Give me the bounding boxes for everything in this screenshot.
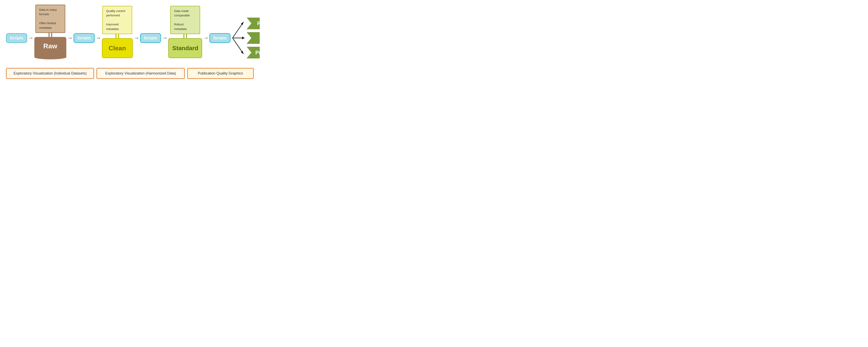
standard-connector-line-1 [183,34,184,38]
scripts-solid-1-label: Scripts [77,36,91,40]
raw-label: Raw [43,42,57,50]
clean-shape: Clean [102,38,133,58]
scripts-solid-2-box: Scripts [140,33,161,43]
clean-dbl-connector [116,34,119,38]
viz-individual-label: Exploratory Visualization (Individual Da… [13,71,87,75]
raw-dbl-connector [49,33,52,37]
scripts-solid-3-box: Scripts [209,33,230,43]
output-banners: Publications Reports Presentations [247,18,260,59]
standard-note-text: Data made comparable Robust metadata [174,9,190,31]
standard-note-box: Data made comparable Robust metadata [170,6,200,34]
publications-banner: Publications [247,18,260,29]
clean-label: Clean [109,44,126,52]
clean-note-box: Quality control performed Improved metad… [102,6,132,34]
arrow-3: → [95,23,101,41]
standard-shape: Standard [168,38,202,58]
viz-pub-quality-label: Publication Quality Graphics [198,71,243,75]
arrow-6: → [203,23,209,41]
raw-note-box: Data in many formats Often limited metad… [35,5,65,33]
raw-shape-wrapper: Raw [34,37,66,59]
raw-shape-top: Raw [34,37,66,55]
scripts-solid-1-box: Scripts [73,33,95,43]
raw-note-text: Data in many formats Often limited metad… [39,8,57,29]
viz-area: Exploratory Visualization (Individual Da… [6,68,254,79]
scripts-solid-2-label: Scripts [144,36,157,40]
clean-note-text: Quality control performed Improved metad… [106,9,125,31]
standard-dbl-connector [183,34,187,38]
standard-stage: Data made comparable Robust metadata Sta… [168,6,202,58]
arrow-4: → [134,23,139,41]
scripts-solid-3-label: Scripts [213,36,227,40]
raw-stage: Data in many formats Often limited metad… [34,5,66,60]
svg-marker-3 [242,37,245,39]
arrow-1: → [28,23,34,41]
clean-connector-line-1 [116,34,117,38]
arrow-2: → [67,23,73,41]
multi-arrows-svg [230,16,247,60]
presentations-banner: Presentations [247,47,260,59]
raw-shape-bottom [34,55,66,59]
scripts-dashed-label: Scripts [10,36,23,40]
viz-harmonized-box: Exploratory Visualization (Harmonized Da… [96,68,185,79]
raw-connector-line-1 [49,33,50,37]
reports-banner: Reports [247,32,260,44]
standard-label: Standard [172,45,198,52]
presentations-label: Presentations [255,50,260,56]
output-section: Publications Reports Presentations [230,16,260,60]
clean-connector-line-2 [118,34,119,38]
viz-harmonized-label: Exploratory Visualization (Harmonized Da… [105,71,176,75]
scripts-dashed-box: Scripts [6,33,27,43]
publications-label: Publications [257,20,260,27]
arrow-5: → [162,23,167,41]
raw-connector-line-2 [51,33,52,37]
viz-pub-quality-box: Publication Quality Graphics [187,68,254,79]
main-diagram: Scripts → Data in many formats Often lim… [6,4,254,79]
viz-individual-box: Exploratory Visualization (Individual Da… [6,68,94,79]
flow-row: Scripts → Data in many formats Often lim… [6,4,254,62]
clean-stage: Quality control performed Improved metad… [102,6,133,58]
standard-connector-line-2 [186,34,187,38]
